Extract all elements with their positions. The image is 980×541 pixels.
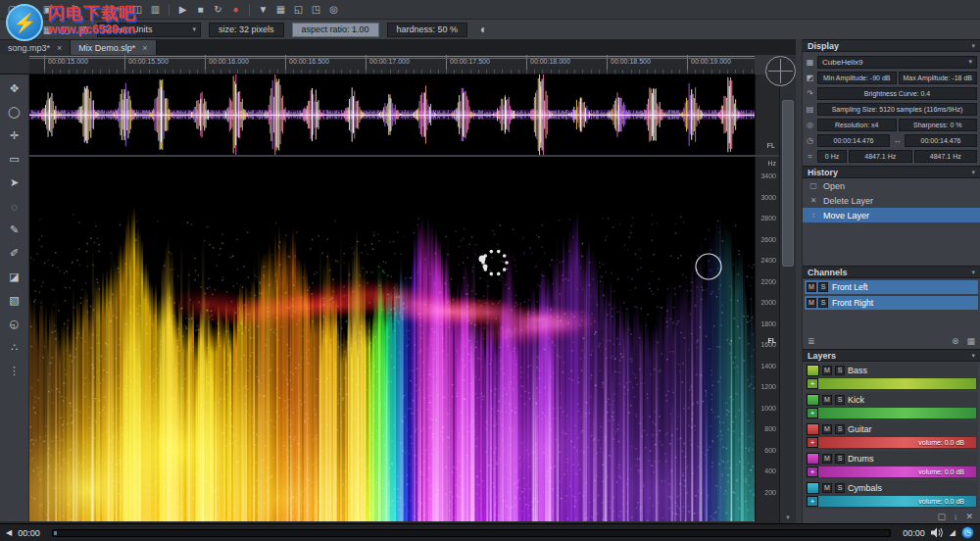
grid-icon[interactable]: ▦ [272, 2, 289, 18]
stamp-tool[interactable]: ▧ [4, 291, 25, 310]
layer-solo-button[interactable]: S [835, 395, 845, 405]
channel-row[interactable]: M S Front Right [805, 296, 978, 310]
measure-tool[interactable]: ⋮ [4, 362, 25, 380]
layer-volume-slider[interactable]: volume: 0.0 dB [818, 467, 976, 477]
layer-color-chip[interactable] [807, 365, 819, 376]
channel-mute-button[interactable]: M [807, 282, 816, 292]
history-section-header[interactable]: History ▾ [803, 166, 980, 178]
overlay-icon[interactable]: ◩ [74, 22, 91, 37]
separator[interactable] [249, 4, 250, 16]
max-amplitude-field[interactable]: Max Amplitude: -18 dB [899, 72, 978, 84]
channel-solo-button[interactable]: S [818, 298, 828, 308]
min-amplitude-field[interactable]: Min Amplitude: -90 dB [817, 72, 897, 84]
layer-mute-button[interactable]: M [822, 424, 832, 434]
layers-section-header[interactable]: Layers ▾ [803, 349, 980, 362]
contrast-icon[interactable]: ◐ [475, 22, 492, 37]
Kick[interactable]: M S Kick + volume: 0.0 dB [805, 392, 978, 420]
pan-navigator[interactable] [765, 56, 796, 86]
rect-select-tool[interactable]: ▭ [4, 150, 25, 169]
layer-mute-button[interactable]: M [822, 395, 832, 405]
layer-add-button[interactable]: + [807, 378, 818, 389]
Cymbals[interactable]: M S Cymbals + volume: 0.0 dB [805, 480, 978, 509]
speaker-icon[interactable] [931, 527, 944, 538]
frequency-low-field[interactable]: 0 Hz [817, 150, 847, 163]
sharpness-field[interactable]: Sharpness: 0 % [899, 119, 978, 131]
layer-add-button[interactable]: + [807, 467, 818, 477]
paste-icon[interactable]: ▥ [147, 2, 164, 18]
layer-add-button[interactable]: + [807, 496, 818, 507]
layer-volume-slider[interactable]: volume: 0.0 dB [818, 408, 976, 418]
rewind-icon[interactable]: ◀ [6, 528, 12, 537]
layer-add-button[interactable]: + [807, 437, 818, 448]
redo-icon[interactable]: ↷ [84, 2, 101, 18]
layer-mute-button[interactable]: M [822, 366, 832, 375]
layer-volume-slider[interactable]: volume: 0.0 dB [818, 437, 976, 448]
cut-icon[interactable]: ✂ [112, 2, 128, 18]
undo-icon[interactable]: ↶ [67, 2, 83, 18]
channel-row[interactable]: M S Front Left [805, 280, 978, 294]
Guitar[interactable]: M S Guitar + volume: 0.0 dB [805, 421, 978, 450]
display-section-header[interactable]: Display ▾ [803, 39, 980, 52]
spectrogram-canvas[interactable] [29, 157, 755, 521]
fill-tool[interactable]: ◵ [4, 315, 25, 333]
move-tool[interactable]: ✛ [4, 126, 25, 145]
layer-mute-button[interactable]: M [822, 454, 832, 464]
resize-handle-icon[interactable]: ◢ [950, 528, 956, 537]
time-position-field[interactable]: 00:00:14.476 [817, 134, 890, 147]
scrollbar-thumb[interactable] [782, 100, 794, 267]
layer-solo-button[interactable]: S [835, 424, 845, 434]
transform-tool[interactable]: ➤ [4, 173, 25, 192]
settings-icon[interactable]: ◎ [325, 2, 342, 18]
new-file-icon[interactable]: ▢ [4, 2, 21, 18]
play-icon[interactable]: ▶ [174, 2, 191, 18]
layer-solo-button[interactable]: S [835, 483, 845, 493]
history-item[interactable]: ▢ Open [803, 178, 980, 193]
time-length-field[interactable]: 00:00:14.476 [905, 134, 977, 147]
aspect-ratio-field[interactable]: aspect ratio: 1.00 [292, 23, 379, 37]
frequency-cursor-field[interactable]: 4847.1 Hz [849, 150, 912, 163]
delete-layer-icon[interactable]: ✕ [965, 512, 973, 521]
channels-section-header[interactable]: Channels ▾ [803, 266, 980, 278]
separator[interactable] [61, 4, 62, 16]
pan-tool[interactable]: ✥ [4, 79, 25, 98]
waveform-canvas[interactable] [29, 74, 755, 155]
open-file-icon[interactable]: ▤ [22, 2, 38, 18]
screen-units-select[interactable]: Screen Units ▾ [97, 23, 201, 37]
layer-mute-button[interactable]: M [822, 483, 832, 493]
pencil-tool[interactable]: ✎ [4, 221, 25, 239]
layer-volume-slider[interactable]: volume: 0.0 dB [818, 496, 976, 507]
brightness-curve-field[interactable]: Brightness Curve: 0.4 [817, 87, 977, 100]
routing-icon[interactable]: ≣ [808, 336, 815, 346]
document-tab[interactable]: song.mp3* × [0, 40, 71, 55]
link-channels-icon[interactable]: ◫ [57, 22, 74, 37]
timeline-ruler[interactable]: 00:00:15.00000:00:15.50000:00:16.00000:0… [29, 55, 755, 74]
clock-button[interactable]: ◷ [961, 526, 974, 539]
import-layer-icon[interactable]: ↓ [954, 512, 958, 521]
document-tab[interactable]: Mix Demo.slp* × [71, 40, 156, 55]
Bass[interactable]: M S Bass + volume: 0.0 dB [805, 363, 978, 391]
stop-icon[interactable]: ■ [192, 2, 209, 18]
brush-size-field[interactable]: size: 32 pixels [209, 23, 284, 37]
history-item[interactable]: ✕ Delete Layer [803, 193, 980, 208]
vertical-scrollbar[interactable]: ▲ ▼ [779, 55, 796, 523]
tab-close-icon[interactable]: × [142, 43, 147, 53]
sampling-size-field[interactable]: Sampling Size: 5120 samples (116ms/9Hz) [817, 103, 977, 116]
layer-solo-button[interactable]: S [835, 366, 845, 375]
tab-close-icon[interactable]: × [57, 43, 62, 53]
layer-solo-button[interactable]: S [835, 454, 845, 464]
hardness-field[interactable]: hardness: 50 % [387, 23, 468, 37]
eraser-tool[interactable]: ◪ [4, 268, 25, 286]
zoom-freq-icon[interactable]: ◳ [308, 2, 324, 18]
save-icon[interactable]: ▣ [39, 2, 56, 18]
spectrogram-view[interactable] [29, 157, 755, 521]
zoom-tool[interactable]: ◯ [4, 103, 25, 122]
matrix-icon[interactable]: ▦ [966, 336, 975, 346]
frequency-high-field[interactable]: 4847.1 Hz [914, 150, 978, 163]
history-item[interactable]: ↕ Move Layer [803, 208, 980, 222]
record-icon[interactable]: ● [227, 2, 244, 18]
snap-icon[interactable]: ▦ [39, 22, 56, 37]
copy-icon[interactable]: ◫ [129, 2, 146, 18]
layer-color-chip[interactable] [807, 482, 819, 494]
resolution-field[interactable]: Resolution: x4 [817, 119, 897, 131]
frequency-ruler[interactable]: Hz 3400300028002600240022002000180016001… [755, 157, 779, 521]
